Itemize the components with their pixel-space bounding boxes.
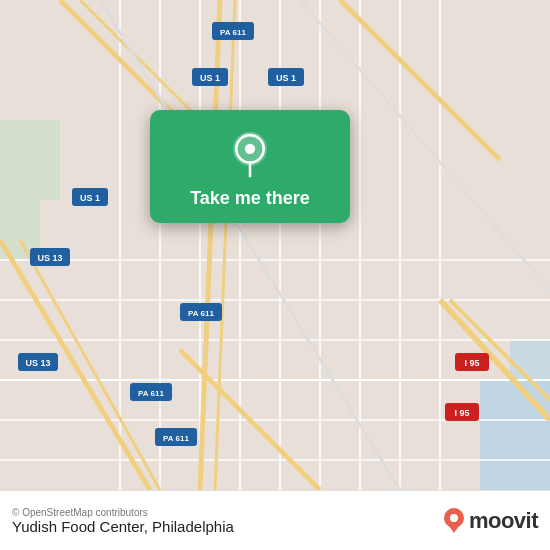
svg-rect-3 xyxy=(480,380,550,490)
map-attribution: © OpenStreetMap contributors xyxy=(12,507,234,518)
svg-text:PA 611: PA 611 xyxy=(188,309,214,318)
bottom-bar: © OpenStreetMap contributors Yudish Food… xyxy=(0,490,550,550)
svg-text:PA 611: PA 611 xyxy=(163,434,189,443)
svg-text:US 1: US 1 xyxy=(80,193,100,203)
svg-text:US 1: US 1 xyxy=(200,73,220,83)
svg-text:US 13: US 13 xyxy=(37,253,62,263)
map-svg: US 1 US 1 PA 611 US 1 US 13 US 13 PA 611… xyxy=(0,0,550,490)
svg-point-60 xyxy=(450,514,458,522)
svg-text:I 95: I 95 xyxy=(464,358,479,368)
moovit-pin-icon xyxy=(443,507,465,535)
moovit-brand-text: moovit xyxy=(469,508,538,534)
svg-text:US 1: US 1 xyxy=(276,73,296,83)
svg-text:US 13: US 13 xyxy=(25,358,50,368)
location-label: Yudish Food Center, Philadelphia xyxy=(12,518,234,535)
svg-text:PA 611: PA 611 xyxy=(138,389,164,398)
moovit-logo: moovit xyxy=(443,507,538,535)
bottom-left: © OpenStreetMap contributors Yudish Food… xyxy=(12,507,234,535)
popup-card[interactable]: Take me there xyxy=(150,110,350,223)
take-me-there-button[interactable]: Take me there xyxy=(190,188,310,209)
svg-marker-59 xyxy=(447,523,461,533)
location-pin-icon xyxy=(226,130,274,178)
map-container: US 1 US 1 PA 611 US 1 US 13 US 13 PA 611… xyxy=(0,0,550,490)
svg-text:PA 611: PA 611 xyxy=(220,28,246,37)
svg-text:I 95: I 95 xyxy=(454,408,469,418)
svg-rect-1 xyxy=(0,120,60,200)
svg-point-56 xyxy=(245,144,255,154)
